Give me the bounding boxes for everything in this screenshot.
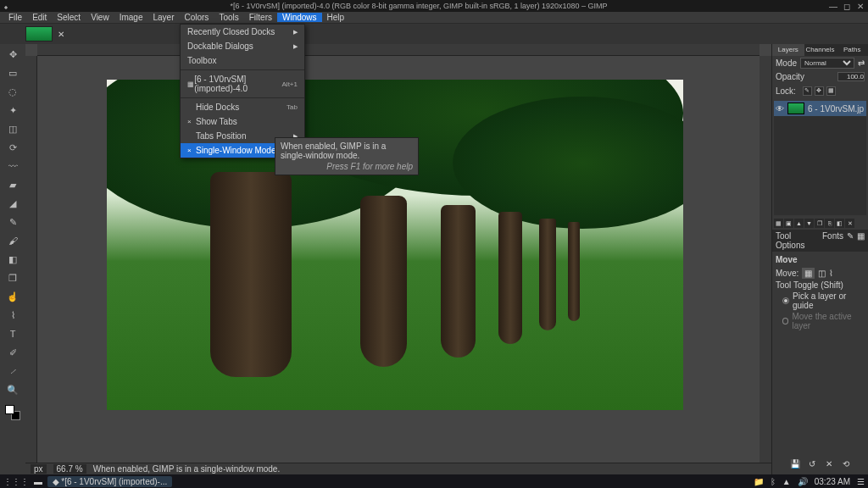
menu-help[interactable]: Help: [322, 13, 350, 22]
delete-preset-button[interactable]: ✕: [823, 459, 835, 471]
menu-image[interactable]: Image: [114, 13, 148, 22]
show-desktop-icon[interactable]: ▬: [34, 477, 42, 486]
toolbox: ✥ ▭ ◌ ✦ ◫ ⟳ 〰 ▰ ◢ ✎ 🖌 ◧ ❐ ☝ ⌇ T ✐ ⟋ 🔍: [0, 44, 25, 474]
move-selection-icon[interactable]: ◫: [818, 269, 826, 278]
menu-windows[interactable]: Windows: [277, 13, 322, 22]
menu-item-recently-closed-docks[interactable]: Recently Closed Docks▶: [181, 25, 304, 39]
layer-thumbnail: [787, 103, 804, 114]
opacity-input[interactable]: [837, 72, 865, 81]
rect-select-tool[interactable]: ▭: [6, 66, 19, 80]
menu-colors[interactable]: Colors: [179, 13, 214, 22]
image-tab-thumbnail[interactable]: [25, 26, 53, 42]
tray-clock[interactable]: 03:23 AM: [815, 477, 850, 486]
tool-name: Move: [776, 255, 865, 264]
reset-preset-button[interactable]: ⟲: [840, 459, 852, 471]
tab-close-icon[interactable]: ✕: [58, 30, 64, 39]
new-layer-button[interactable]: ▦: [774, 219, 783, 228]
tray-menu-icon[interactable]: ☰: [857, 477, 865, 486]
ruler-vertical[interactable]: [25, 56, 37, 463]
move-label: Move:: [776, 269, 798, 278]
menu-item-current-image[interactable]: ▦[6 - 1V0rvSM] (imported)-4.0Alt+1: [181, 72, 304, 96]
raise-layer-button[interactable]: ▲: [794, 219, 804, 228]
delete-layer-button[interactable]: ✕: [845, 219, 854, 228]
layer-group-button[interactable]: ▣: [784, 219, 793, 228]
tray-network-icon[interactable]: ▲: [782, 477, 791, 486]
tab-channels[interactable]: Channels: [804, 44, 837, 56]
pencil-tool[interactable]: ✎: [6, 215, 19, 229]
taskbar-task[interactable]: ◆ *[6 - 1V0rvSM] (imported)-...: [47, 476, 172, 487]
measure-tool[interactable]: ⟋: [6, 364, 19, 378]
menu-item-hide-docks[interactable]: Hide DocksTab: [181, 100, 304, 114]
fuzzy-select-tool[interactable]: ✦: [6, 103, 19, 117]
radio-pick-layer[interactable]: Pick a layer or guide: [782, 291, 865, 310]
path-tool[interactable]: ⌇: [6, 308, 19, 322]
move-tool[interactable]: ✥: [6, 47, 19, 61]
tab-tool-options[interactable]: Tool Options: [776, 231, 819, 250]
layer-row[interactable]: 👁 6 - 1V0rvSM.jp: [774, 101, 866, 116]
bucket-fill-tool[interactable]: ▰: [6, 178, 19, 191]
clone-tool[interactable]: ❐: [6, 271, 19, 285]
brush-tab-icon[interactable]: ✎: [847, 231, 854, 250]
crop-tool[interactable]: ◫: [6, 122, 19, 136]
image-tab-bar: ✕: [0, 24, 868, 44]
color-swatches[interactable]: [5, 405, 20, 420]
ruler-horizontal[interactable]: [37, 44, 760, 56]
menu-item-show-tabs[interactable]: ×Show Tabs: [181, 114, 304, 129]
menu-item-dockable-dialogs[interactable]: Dockable Dialogs▶: [181, 39, 304, 53]
maximize-button[interactable]: ◻: [843, 2, 851, 11]
pattern-tab-icon[interactable]: ▦: [857, 231, 865, 250]
tab-fonts[interactable]: Fonts: [822, 231, 843, 250]
layer-name: 6 - 1V0rvSM.jp: [808, 104, 864, 114]
statusbar: px 66.7 % When enabled, GIMP is in a sin…: [25, 463, 771, 474]
merge-layer-button[interactable]: ⎘: [825, 219, 834, 228]
menu-item-toolbox[interactable]: Toolbox: [181, 53, 304, 68]
menu-edit[interactable]: Edit: [27, 13, 52, 22]
text-tool[interactable]: T: [6, 327, 19, 341]
eye-icon[interactable]: 👁: [776, 104, 784, 114]
lock-position-icon[interactable]: ✥: [815, 86, 824, 96]
window-title: *[6 - 1V0rvSM] (imported)-4.0 (RGB color…: [8, 2, 829, 10]
radio-move-active[interactable]: Move the active layer: [782, 312, 865, 330]
menubar: FileEditSelectViewImageLayerColorsToolsF…: [0, 12, 868, 24]
mask-layer-button[interactable]: ◧: [835, 219, 844, 228]
menu-tools[interactable]: Tools: [214, 13, 243, 22]
canvas-area: [25, 44, 771, 474]
tooltip-help: Press F1 for more help: [281, 162, 413, 171]
menu-view[interactable]: View: [86, 13, 114, 22]
free-select-tool[interactable]: ◌: [6, 85, 19, 98]
zoom-selector[interactable]: 66.7 %: [53, 464, 86, 474]
move-layer-icon[interactable]: ▦: [802, 268, 815, 279]
tab-layers[interactable]: Layers: [772, 44, 804, 56]
scrollbar-vertical[interactable]: [760, 56, 771, 463]
transform-tool[interactable]: ⟳: [6, 141, 19, 154]
gradient-tool[interactable]: ◢: [6, 197, 19, 210]
tray-folder-icon[interactable]: 📁: [754, 477, 764, 486]
mode-select[interactable]: Normal: [800, 58, 854, 69]
tab-paths[interactable]: Paths: [836, 44, 868, 56]
restore-preset-button[interactable]: ↺: [806, 459, 818, 471]
app-launcher-icon[interactable]: ⋮⋮⋮: [3, 477, 29, 486]
menu-filters[interactable]: Filters: [244, 13, 277, 22]
menu-layer[interactable]: Layer: [147, 13, 179, 22]
lock-alpha-icon[interactable]: ▦: [826, 86, 836, 96]
move-path-icon[interactable]: ⌇: [829, 269, 833, 278]
eraser-tool[interactable]: ◧: [6, 252, 19, 266]
menu-file[interactable]: File: [3, 13, 27, 22]
lower-layer-button[interactable]: ▼: [804, 219, 814, 228]
color-picker-tool[interactable]: ✐: [6, 346, 19, 359]
warp-tool[interactable]: 〰: [6, 159, 19, 173]
opacity-label: Opacity: [776, 72, 834, 81]
zoom-tool[interactable]: 🔍: [6, 383, 19, 396]
smudge-tool[interactable]: ☝: [6, 290, 19, 303]
tray-volume-icon[interactable]: 🔊: [798, 477, 808, 486]
save-preset-button[interactable]: 💾: [789, 459, 801, 471]
duplicate-layer-button[interactable]: ❐: [815, 219, 824, 228]
tray-bluetooth-icon[interactable]: ᛒ: [771, 477, 776, 486]
menu-select[interactable]: Select: [52, 13, 86, 22]
minimize-button[interactable]: —: [829, 2, 837, 11]
mode-toggle-icon[interactable]: ⇄: [858, 58, 865, 68]
unit-selector[interactable]: px: [31, 464, 47, 474]
paintbrush-tool[interactable]: 🖌: [6, 234, 19, 247]
close-button[interactable]: ✕: [856, 2, 865, 11]
lock-pixels-icon[interactable]: ✎: [803, 86, 812, 96]
